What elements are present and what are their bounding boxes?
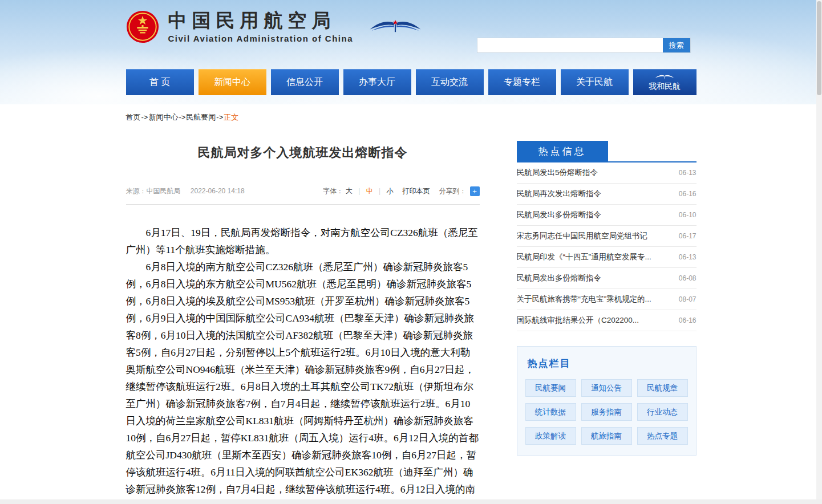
list-item: 民航局印发《“十四五”通用航空发展专...06-13 bbox=[517, 247, 697, 268]
list-item: 民航局发出5份熔断指令06-13 bbox=[517, 162, 697, 184]
article-source: 来源：中国民航局 bbox=[126, 187, 181, 195]
breadcrumb-caac-news[interactable]: 民航要闻 bbox=[186, 113, 216, 121]
hot-info-link[interactable]: 民航局发出多份熔断指令 bbox=[517, 273, 672, 283]
hot-column-notices[interactable]: 通知公告 bbox=[581, 379, 632, 397]
sidebar: 热点信息 民航局发出5份熔断指令06-13 民航局再次发出熔断指令06-16 民… bbox=[517, 134, 697, 456]
vertical-scrollbar[interactable] bbox=[816, 0, 822, 504]
main-nav: 首 页 新闻中心 信息公开 办事大厅 互动交流 专题专栏 关于民航 我和民航 bbox=[126, 69, 697, 95]
breadcrumb: 首页->新闻中心->民航要闻->正文 bbox=[126, 104, 697, 129]
article-datetime: 2022-06-20 14:18 bbox=[191, 187, 245, 195]
hot-columns-grid: 民航要闻 通知公告 民航规章 统计数据 服务指南 行业动态 政策解读 航旅指南 … bbox=[525, 379, 688, 445]
mini-wings-icon bbox=[655, 73, 674, 81]
content-area: 首页->新闻中心->民航要闻->正文 民航局对多个入境航班发出熔断指令 来源：中… bbox=[0, 104, 822, 504]
breadcrumb-news-center[interactable]: 新闻中心 bbox=[148, 113, 178, 121]
hot-info-link[interactable]: 关于民航旅客携带“充电宝”乘机规定的... bbox=[517, 294, 672, 304]
hot-column-travel-guide[interactable]: 航旅指南 bbox=[581, 427, 632, 445]
breadcrumb-separator: -> bbox=[216, 113, 223, 121]
nav-item-special-topics[interactable]: 专题专栏 bbox=[488, 69, 556, 95]
search-button[interactable]: 搜索 bbox=[663, 38, 690, 52]
print-page-button[interactable]: 打印本页 bbox=[403, 186, 430, 196]
list-item: 民航局再次发出熔断指令06-16 bbox=[517, 184, 697, 205]
hot-info-link[interactable]: 民航局发出5份熔断指令 bbox=[517, 168, 672, 178]
hot-info-date: 06-13 bbox=[679, 253, 697, 261]
article: 民航局对多个入境航班发出熔断指令 来源：中国民航局 2022-06-20 14:… bbox=[126, 134, 480, 504]
breadcrumb-home[interactable]: 首页 bbox=[126, 113, 141, 121]
caac-wings-icon bbox=[369, 14, 422, 39]
hot-info-title: 热点信息 bbox=[517, 141, 608, 161]
hot-info-link[interactable]: 民航局再次发出熔断指令 bbox=[517, 189, 672, 199]
hot-column-industry-news[interactable]: 行业动态 bbox=[637, 403, 688, 421]
nav-item-home[interactable]: 首 页 bbox=[126, 69, 194, 95]
nav-item-info-disclosure[interactable]: 信息公开 bbox=[271, 69, 339, 95]
font-size-separator: ｜ bbox=[356, 186, 363, 196]
nav-item-news-center[interactable]: 新闻中心 bbox=[199, 69, 266, 95]
hot-info-link[interactable]: 国际航线审批结果公开（C202200... bbox=[517, 315, 672, 326]
hot-info-list: 民航局发出5份熔断指令06-13 民航局再次发出熔断指令06-16 民航局发出多… bbox=[517, 162, 697, 331]
article-meta: 来源：中国民航局 2022-06-20 14:18 字体： 大 ｜ 中 ｜ 小 … bbox=[126, 186, 480, 205]
hot-info-date: 06-10 bbox=[679, 211, 697, 219]
hot-info-date: 06-13 bbox=[679, 169, 697, 177]
nav-item-service-hall[interactable]: 办事大厅 bbox=[343, 69, 411, 95]
hot-info-date: 06-08 bbox=[679, 274, 697, 282]
list-item: 国际航线审批结果公开（C202200...06-16 bbox=[517, 310, 697, 331]
font-size-medium[interactable]: 中 bbox=[366, 186, 373, 196]
hot-column-hot-topics[interactable]: 热点专题 bbox=[637, 427, 688, 445]
share-label: 分享到： bbox=[439, 186, 467, 196]
search-bar: 搜索 bbox=[477, 38, 691, 53]
site-header: 中国民用航空局 Civil Aviation Administration of… bbox=[0, 0, 822, 104]
nav-item-me-and-caac[interactable]: 我和民航 bbox=[633, 69, 697, 95]
site-title-en: Civil Aviation Administration of China bbox=[168, 34, 354, 43]
search-input[interactable] bbox=[477, 38, 663, 52]
article-body: 6月17日、19日，民航局再发熔断指令，对南方航空公司CZ326航班（悉尼至广州… bbox=[126, 224, 480, 504]
hot-column-caac-news[interactable]: 民航要闻 bbox=[525, 379, 576, 397]
font-size-large[interactable]: 大 bbox=[346, 186, 353, 196]
article-title: 民航局对多个入境航班发出熔断指令 bbox=[126, 144, 480, 161]
national-emblem-logo bbox=[126, 10, 159, 43]
nav-item-interaction[interactable]: 互动交流 bbox=[416, 69, 484, 95]
hot-info-date: 06-16 bbox=[679, 190, 697, 198]
article-paragraph: 6月17日、19日，民航局再发熔断指令，对南方航空公司CZ326航班（悉尼至广州… bbox=[126, 224, 480, 258]
horizontal-scrollbar[interactable] bbox=[0, 499, 822, 504]
breadcrumb-separator: -> bbox=[179, 113, 185, 121]
breadcrumb-current: 正文 bbox=[224, 113, 238, 121]
font-size-separator: ｜ bbox=[376, 186, 383, 196]
nav-item-label: 我和民航 bbox=[649, 82, 681, 92]
hot-column-policy[interactable]: 政策解读 bbox=[525, 427, 576, 445]
hot-info-date: 06-17 bbox=[679, 232, 697, 240]
hot-columns-title: 热点栏目 bbox=[528, 357, 688, 370]
site-title-cn: 中国民用航空局 bbox=[168, 10, 354, 31]
font-size-label: 字体： bbox=[323, 186, 343, 196]
hot-column-statistics[interactable]: 统计数据 bbox=[525, 403, 576, 421]
breadcrumb-separator: -> bbox=[141, 113, 148, 121]
nav-item-about-caac[interactable]: 关于民航 bbox=[561, 69, 629, 95]
list-item: 民航局发出多份熔断指令06-10 bbox=[517, 205, 697, 226]
page: 中国民用航空局 Civil Aviation Administration of… bbox=[0, 0, 822, 504]
hot-info-date: 06-16 bbox=[679, 316, 697, 324]
share-plus-icon[interactable]: + bbox=[470, 186, 480, 196]
hot-column-service-guide[interactable]: 服务指南 bbox=[581, 403, 632, 421]
hot-info-link[interactable]: 宋志勇同志任中国民用航空局党组书记 bbox=[517, 231, 672, 241]
hot-info-link[interactable]: 民航局发出多份熔断指令 bbox=[517, 210, 672, 220]
article-paragraph: 6月8日入境的南方航空公司CZ326航班（悉尼至广州）确诊新冠肺炎旅客5例，6月… bbox=[126, 258, 480, 504]
hot-info-header: 热点信息 bbox=[517, 141, 697, 162]
font-size-small[interactable]: 小 bbox=[387, 186, 394, 196]
hot-column-regulations[interactable]: 民航规章 bbox=[637, 379, 688, 397]
hot-info-date: 08-07 bbox=[679, 295, 697, 303]
list-item: 关于民航旅客携带“充电宝”乘机规定的...08-07 bbox=[517, 289, 697, 310]
scrollbar-thumb[interactable] bbox=[817, 1, 821, 95]
list-item: 民航局发出多份熔断指令06-08 bbox=[517, 268, 697, 289]
hot-info-link[interactable]: 民航局印发《“十四五”通用航空发展专... bbox=[517, 252, 672, 262]
site-logo: 中国民用航空局 Civil Aviation Administration of… bbox=[126, 10, 422, 43]
list-item: 宋志勇同志任中国民用航空局党组书记06-17 bbox=[517, 226, 697, 247]
hot-columns-box: 热点栏目 民航要闻 通知公告 民航规章 统计数据 服务指南 行业动态 政策解读 … bbox=[517, 346, 697, 456]
